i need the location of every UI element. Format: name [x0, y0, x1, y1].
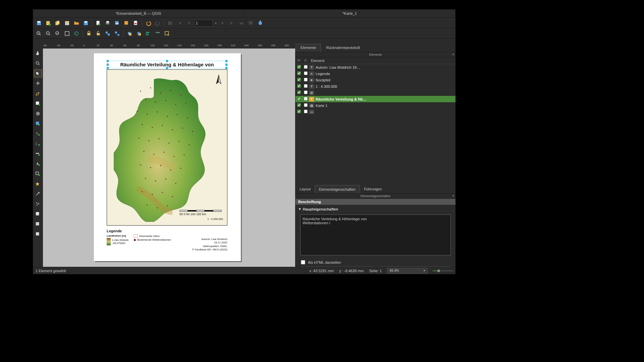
page-number-input[interactable] — [194, 20, 213, 26]
close-props-icon[interactable]: × — [452, 194, 454, 198]
add-marker-icon[interactable] — [34, 180, 42, 188]
add-northarrow-icon[interactable] — [34, 160, 42, 168]
zoom-out-icon[interactable] — [44, 29, 52, 38]
export-image-icon[interactable] — [113, 19, 121, 27]
save-icon[interactable] — [35, 19, 43, 27]
add-scalebar-icon[interactable] — [34, 150, 42, 158]
add-fixedtable-icon[interactable] — [34, 230, 42, 238]
item-row[interactable]: ▤Karte 1 — [296, 102, 455, 109]
item-row[interactable]: ≡Legende — [296, 70, 455, 77]
section-haupteigenschaften[interactable]: ▾ Haupteigenschaften — [296, 205, 455, 213]
item-lock-checkbox[interactable] — [304, 84, 308, 88]
undo-icon[interactable] — [144, 19, 152, 27]
item-row[interactable]: ⊟ — [296, 89, 455, 96]
item-row[interactable]: T1 : 4.300.000 — [296, 83, 455, 89]
tab-fuehrungen[interactable]: Führungen — [360, 185, 386, 193]
lock-icon[interactable] — [85, 29, 93, 38]
atlas-toggle-icon[interactable] — [166, 19, 174, 27]
page-dropdown-icon[interactable]: ▾ — [215, 21, 217, 25]
raise-icon[interactable] — [125, 29, 133, 38]
item-visible-checkbox[interactable] — [297, 110, 301, 113]
svg-point-98 — [174, 156, 175, 157]
add-html-icon[interactable]: html — [34, 210, 42, 218]
last-page-icon[interactable] — [228, 19, 236, 27]
label-text-input[interactable]: Räumliche Verteilung & Höhenlage von Wet… — [300, 215, 451, 255]
atlas-settings-icon[interactable] — [256, 19, 264, 27]
item-lock-checkbox[interactable] — [304, 65, 308, 69]
edit-nodes-tool-icon[interactable] — [34, 89, 42, 98]
prev-page-icon[interactable] — [185, 19, 193, 27]
item-visible-checkbox[interactable] — [297, 71, 301, 75]
item-row[interactable]: TAutorin: Lisa Woldrich 18… — [296, 64, 455, 70]
add-label-icon[interactable]: T — [34, 130, 42, 138]
unlock-icon[interactable] — [94, 29, 102, 38]
new-page-icon[interactable] — [94, 19, 102, 27]
zoom-in-icon[interactable] — [35, 29, 43, 38]
add-nodeitem-icon[interactable] — [34, 200, 42, 208]
item-lock-checkbox[interactable] — [304, 71, 308, 75]
atlas-print-icon[interactable] — [237, 19, 246, 27]
item-visible-checkbox[interactable] — [297, 65, 301, 69]
add-shape-icon[interactable] — [34, 170, 42, 178]
item-visible-checkbox[interactable] — [297, 90, 301, 94]
item-visible-checkbox[interactable] — [297, 103, 301, 107]
item-lock-checkbox[interactable] — [304, 103, 308, 107]
map-item[interactable]: 50 0 50 100 150 km 1 : 4.300.000 — [107, 69, 227, 226]
add-table-icon[interactable] — [34, 220, 42, 228]
next-page-icon[interactable] — [219, 19, 227, 27]
render-as-html-checkbox[interactable] — [301, 260, 305, 264]
lower-icon[interactable] — [135, 29, 143, 38]
tab-rueckprotokoll[interactable]: Rücknahmeprotokoll — [321, 44, 365, 52]
save-template-icon[interactable] — [82, 19, 90, 27]
add-legend-icon[interactable] — [34, 140, 42, 148]
items-list[interactable]: TAutorin: Lisa Woldrich 18… ≡Legende ➤No… — [296, 64, 455, 115]
zoom-actual-icon[interactable]: 1:1 — [54, 29, 62, 38]
svg-rect-33 — [118, 34, 119, 36]
ungroup-icon[interactable] — [113, 29, 121, 38]
add-3dmap-icon[interactable] — [34, 110, 42, 118]
close-panel-icon[interactable]: × — [452, 53, 454, 56]
layout-canvas[interactable]: Räumliche Verteilung & Höhenlage von — [43, 49, 295, 267]
zoom-fit-icon[interactable] — [63, 29, 71, 38]
print-icon[interactable] — [104, 19, 112, 27]
open-folder-icon[interactable] — [72, 19, 80, 27]
tab-elementeigenschaften[interactable]: Elementeigenschaften — [315, 185, 360, 193]
tab-elemente[interactable]: Elemente — [296, 44, 321, 52]
tab-layout[interactable]: Layout — [296, 185, 315, 193]
item-lock-checkbox[interactable] — [304, 110, 308, 113]
duplicate-layout-icon[interactable] — [54, 19, 62, 27]
item-lock-checkbox[interactable] — [304, 97, 308, 101]
export-svg-icon[interactable] — [122, 19, 130, 27]
distribute-icon[interactable] — [154, 29, 162, 38]
item-lock-checkbox[interactable] — [304, 78, 308, 81]
add-image-icon[interactable] — [34, 120, 42, 128]
atlas-export-icon[interactable] — [247, 19, 255, 27]
export-pdf-icon[interactable] — [132, 19, 140, 27]
zoom-slider[interactable] — [433, 269, 453, 273]
group-icon[interactable] — [104, 29, 112, 38]
item-visible-checkbox[interactable] — [297, 78, 301, 81]
add-arrow-icon[interactable] — [34, 190, 42, 198]
add-map-icon[interactable] — [34, 100, 42, 108]
item-row[interactable]: ➤Nordpfeil — [296, 77, 455, 83]
status-bar: 1 Element gewählt x :43.5281 mm y : -8.4… — [33, 267, 455, 274]
align-left-icon[interactable] — [144, 29, 152, 38]
refresh-icon[interactable] — [72, 29, 80, 38]
resize-icon[interactable] — [163, 29, 171, 38]
item-lock-checkbox[interactable] — [304, 90, 308, 94]
item-visible-checkbox[interactable] — [297, 84, 301, 88]
redo-icon[interactable] — [154, 19, 162, 27]
credit-text[interactable]: Autorin: Lisa Woldrich 18.11.2022 Datenq… — [192, 238, 228, 252]
layout-manager-icon[interactable] — [63, 19, 71, 27]
new-layout-icon[interactable] — [44, 19, 52, 27]
item-visible-checkbox[interactable] — [297, 97, 301, 101]
item-row[interactable]: TRäumliche Verteilung & Hö… — [296, 96, 455, 102]
first-page-icon[interactable] — [175, 19, 183, 27]
select-tool-icon[interactable] — [34, 69, 42, 77]
zoom-combo[interactable]: 49.4%▾ — [387, 268, 427, 274]
page-title-label[interactable]: Räumliche Verteilung & Höhenlage von — [107, 61, 227, 68]
move-content-tool-icon[interactable] — [34, 79, 42, 87]
zoom-tool-icon[interactable] — [34, 59, 42, 67]
pan-tool-icon[interactable] — [34, 49, 42, 57]
item-row[interactable]: ▭ — [296, 109, 455, 115]
